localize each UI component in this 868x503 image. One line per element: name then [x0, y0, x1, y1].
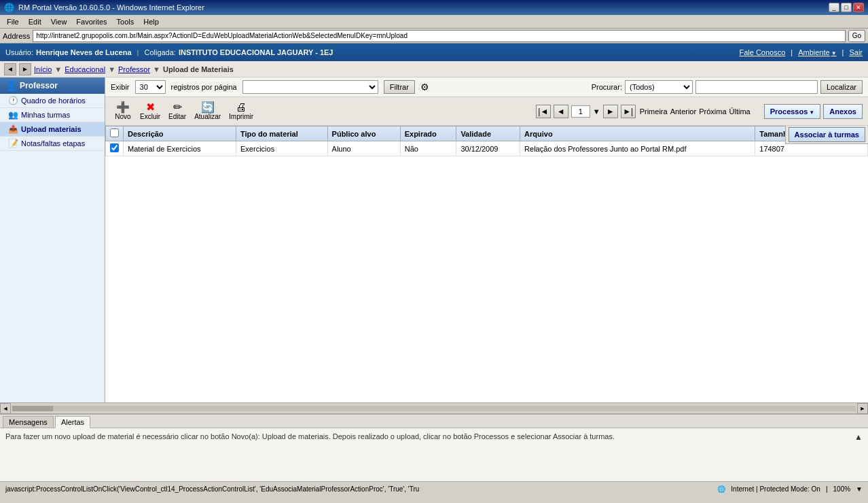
edit-icon: ✏: [173, 102, 182, 113]
page-number-input[interactable]: [571, 105, 590, 118]
menu-tools[interactable]: Tools: [113, 16, 139, 27]
col-expirado[interactable]: Expirado: [400, 126, 456, 141]
prev-page-button[interactable]: ◄: [554, 105, 568, 118]
col-tipo[interactable]: Tipo do material: [236, 126, 328, 141]
filter-button[interactable]: Filtrar: [384, 80, 415, 94]
select-all-checkbox[interactable]: [110, 128, 119, 137]
go-button[interactable]: Go: [848, 30, 865, 42]
status-text: javascript:ProcessControlListOnClick('Vi…: [5, 485, 712, 493]
upload-icon: 📤: [8, 124, 18, 134]
print-button[interactable]: 🖨 Imprimir: [225, 100, 257, 122]
col-descricao[interactable]: Descrição: [124, 126, 236, 141]
col-publico[interactable]: Público alvo: [327, 126, 400, 141]
row-tipo: Exercicios: [236, 141, 328, 156]
page-dropdown-btn[interactable]: ▼: [593, 107, 600, 116]
breadcrumb-arrow-2: ▼: [108, 65, 115, 73]
processos-button[interactable]: Processos▼: [764, 104, 821, 119]
ambiente-link[interactable]: Ambiente▼: [798, 48, 836, 56]
horarios-icon: 🕐: [8, 96, 18, 105]
sidebar-item-turmas[interactable]: 👥 Minhas turmas: [0, 108, 105, 122]
filter-dropdown[interactable]: [242, 80, 378, 94]
message-expand-btn[interactable]: ▲: [854, 432, 863, 442]
refresh-label: Atualizar: [194, 113, 221, 120]
edit-button[interactable]: ✏ Editar: [165, 100, 189, 122]
status-separator: |: [826, 485, 828, 493]
next-page-button[interactable]: ►: [603, 105, 618, 118]
associar-button[interactable]: Associar à turmas: [789, 127, 865, 142]
new-label: Novo: [115, 113, 130, 120]
col-validade[interactable]: Validade: [456, 126, 520, 141]
close-button[interactable]: ✕: [853, 3, 864, 12]
search-section: Procurar: (Todos) Localizar: [592, 80, 863, 94]
scroll-thumb[interactable]: [12, 406, 53, 411]
refresh-button[interactable]: 🔄 Atualizar: [191, 100, 224, 122]
row-validade: 30/12/2009: [456, 141, 520, 156]
sidebar-header: 👤 Professor: [0, 77, 105, 94]
menu-bar: File Edit View Favorites Tools Help: [0, 15, 868, 29]
delete-button[interactable]: ✖ Excluir: [137, 100, 164, 122]
tab-alertas[interactable]: Alertas: [55, 416, 90, 428]
tab-mensagens[interactable]: Mensagens: [3, 416, 54, 428]
minimize-button[interactable]: _: [829, 3, 839, 12]
menu-file[interactable]: File: [3, 16, 23, 27]
processos-arrow: ▼: [809, 109, 814, 116]
zoom-dropdown[interactable]: ▼: [856, 485, 863, 493]
prev-label: Anterior: [670, 107, 697, 116]
breadcrumb-professor[interactable]: Professor: [118, 65, 150, 73]
anexos-button[interactable]: Anexos: [823, 104, 863, 119]
search-input[interactable]: [695, 80, 818, 94]
scroll-track[interactable]: [12, 406, 856, 411]
row-arquivo: Relação dos Professores Junto ao Portal …: [520, 141, 755, 156]
sidebar-item-horarios[interactable]: 🕐 Quadro de horários: [0, 94, 105, 108]
delete-icon: ✖: [146, 102, 155, 113]
row-checkbox-cell[interactable]: [106, 141, 124, 156]
status-zoom: 100%: [833, 485, 851, 493]
search-type-select[interactable]: (Todos): [625, 80, 693, 94]
address-input[interactable]: [33, 30, 845, 42]
maximize-button[interactable]: □: [841, 3, 852, 12]
status-zone: Internet | Protected Mode: On: [731, 485, 820, 493]
breadcrumb-back-btn[interactable]: ◄: [4, 63, 16, 75]
status-bar: javascript:ProcessControlListOnClick('Vi…: [0, 481, 868, 496]
scroll-left-btn[interactable]: ◄: [0, 403, 11, 414]
next-label: Próxima: [699, 107, 726, 116]
toolbar-group: ➕ Novo ✖ Excluir ✏ Editar 🔄 Atualizar 🖨: [111, 100, 257, 122]
row-publico: Aluno: [327, 141, 400, 156]
breadcrumb-educacional[interactable]: Educacional: [65, 65, 105, 73]
last-label: Última: [729, 107, 751, 116]
scroll-right-btn[interactable]: ►: [857, 403, 868, 414]
sidebar-item-notas[interactable]: 📝 Notas/faltas etapas: [0, 137, 105, 151]
search-button[interactable]: Localizar: [820, 80, 863, 94]
print-label: Imprimir: [229, 113, 253, 120]
menu-favorites[interactable]: Favorites: [72, 16, 111, 27]
first-label: Primeira: [640, 107, 668, 116]
filter-icon[interactable]: ⚙: [420, 82, 429, 92]
sair-link[interactable]: Sair: [849, 48, 863, 56]
window-title: RM Portal Versão 10.60.5.0 - Windows Int…: [18, 3, 204, 12]
breadcrumb-forward-btn[interactable]: ►: [19, 63, 31, 75]
select-all-header[interactable]: [106, 126, 124, 141]
breadcrumb-current: Upload de Materiais: [163, 65, 234, 73]
row-checkbox[interactable]: [110, 143, 119, 152]
message-content: Para fazer um novo upload de material é …: [0, 428, 868, 445]
first-page-button[interactable]: |◄: [536, 105, 551, 118]
breadcrumb-inicio[interactable]: Início: [34, 65, 52, 73]
menu-edit[interactable]: Edit: [24, 16, 46, 27]
toolbar: ➕ Novo ✖ Excluir ✏ Editar 🔄 Atualizar 🖨: [105, 97, 868, 126]
sidebar-title: Professor: [20, 81, 58, 90]
horizontal-scrollbar[interactable]: ◄ ►: [0, 402, 868, 413]
last-page-button[interactable]: ►|: [621, 105, 636, 118]
sidebar-item-upload[interactable]: 📤 Upload materiais: [0, 122, 105, 137]
materials-table: Descrição Tipo do material Público alvo …: [105, 126, 868, 156]
show-label: Exibir: [111, 83, 130, 91]
new-button[interactable]: ➕ Novo: [111, 100, 135, 122]
filter-bar: Exibir 30 50 100 registros por página Fi…: [105, 77, 868, 97]
show-count-select[interactable]: 30 50 100: [135, 80, 166, 94]
menu-view[interactable]: View: [47, 16, 71, 27]
col-arquivo[interactable]: Arquivo: [520, 126, 755, 141]
title-bar: 🌐 RM Portal Versão 10.60.5.0 - Windows I…: [0, 0, 868, 15]
fale-conosco-link[interactable]: Fale Conosco: [739, 48, 785, 56]
edit-label: Editar: [168, 113, 186, 120]
menu-help[interactable]: Help: [139, 16, 163, 27]
company-name: INSTITUTO EDUCACIONAL JAGUARY - 1EJ: [179, 48, 333, 56]
